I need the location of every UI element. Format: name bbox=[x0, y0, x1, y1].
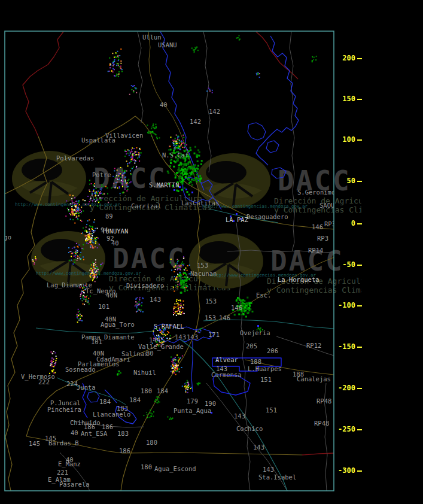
radar-echo bbox=[188, 161, 190, 163]
radar-echo bbox=[114, 168, 115, 169]
radar-echo bbox=[171, 269, 172, 271]
radar-echo bbox=[126, 160, 127, 162]
radar-echo bbox=[76, 209, 77, 210]
map-label: 40 bbox=[111, 239, 119, 247]
radar-echo bbox=[194, 49, 196, 50]
radar-echo bbox=[101, 187, 102, 189]
map-label: 221 bbox=[57, 469, 68, 476]
radar-echo bbox=[187, 173, 188, 175]
radar-echo bbox=[183, 304, 184, 305]
radar-echo bbox=[118, 60, 119, 61]
radar-echo bbox=[92, 226, 93, 227]
map-label: Bardas_B bbox=[48, 439, 79, 447]
radar-echo bbox=[95, 201, 96, 202]
map-label: 146 bbox=[312, 223, 323, 230]
radar-echo bbox=[80, 220, 81, 221]
radar-echo bbox=[93, 232, 95, 233]
radar-echo bbox=[178, 167, 180, 169]
radar-echo bbox=[212, 92, 213, 93]
radar-echo bbox=[135, 299, 136, 300]
radar-echo bbox=[91, 238, 92, 239]
radar-echo bbox=[180, 265, 181, 266]
radar-echo bbox=[175, 141, 176, 142]
radar-echo bbox=[120, 173, 121, 174]
radar-echo bbox=[94, 186, 95, 187]
radar-echo bbox=[242, 302, 244, 303]
radar-echo bbox=[78, 202, 79, 203]
radar-echo bbox=[134, 163, 135, 164]
radar-echo bbox=[189, 175, 191, 177]
radar-echo bbox=[97, 192, 98, 193]
radar-echo bbox=[89, 219, 90, 220]
radar-echo bbox=[141, 302, 142, 303]
radar-echo bbox=[127, 153, 129, 154]
radar-echo bbox=[78, 309, 79, 310]
map-label: 153 bbox=[205, 314, 216, 321]
radar-echo bbox=[101, 186, 102, 187]
radar-echo bbox=[117, 187, 118, 189]
radar-echo bbox=[90, 264, 91, 265]
radar-echo bbox=[178, 177, 180, 179]
radar-echo bbox=[101, 184, 102, 186]
map-label: Llancanelo bbox=[93, 411, 130, 418]
radar-echo bbox=[174, 276, 175, 277]
radar-echo bbox=[95, 193, 96, 194]
radar-echo bbox=[93, 277, 94, 278]
radar-echo bbox=[92, 235, 93, 236]
radar-echo bbox=[258, 327, 259, 329]
radar-echo bbox=[92, 272, 93, 274]
radar-echo bbox=[119, 374, 120, 375]
radar-echo bbox=[183, 263, 184, 265]
radar-echo bbox=[90, 199, 91, 200]
radar-echo bbox=[69, 260, 70, 261]
map-label: 101 bbox=[98, 303, 109, 310]
map-label: 179 bbox=[187, 397, 198, 405]
map-label: 184 bbox=[129, 396, 141, 403]
watermark-url: http://www.contingencias.mendoza.gov.ar bbox=[15, 202, 121, 207]
radar-echo bbox=[97, 228, 98, 229]
radar-echo bbox=[89, 184, 90, 185]
radar-echo bbox=[313, 59, 314, 60]
map-label: 184 bbox=[157, 387, 168, 394]
radar-echo bbox=[77, 219, 78, 220]
radar-echo bbox=[129, 94, 130, 95]
radar-echo bbox=[95, 243, 96, 244]
radar-echo bbox=[129, 150, 130, 151]
map-label: Sta.Isabel bbox=[258, 473, 296, 481]
radar-echo bbox=[184, 147, 185, 148]
radar-echo bbox=[98, 202, 99, 203]
radar-echo bbox=[256, 74, 257, 75]
radar-echo bbox=[181, 163, 182, 165]
radar-echo bbox=[197, 383, 198, 384]
radar-echo bbox=[74, 203, 75, 204]
radar-echo bbox=[79, 313, 80, 314]
radar-echo bbox=[93, 274, 95, 275]
radar-echo bbox=[84, 304, 85, 305]
radar-echo bbox=[237, 297, 239, 299]
map-label: Ant_ESA bbox=[81, 430, 108, 438]
radar-echo bbox=[172, 362, 174, 363]
radar-echo bbox=[241, 314, 242, 315]
radar-echo bbox=[142, 297, 143, 299]
radar-echo bbox=[101, 199, 102, 201]
radar-echo bbox=[178, 165, 180, 166]
radar-echo bbox=[84, 292, 85, 293]
radar-echo bbox=[181, 263, 182, 264]
radar-echo bbox=[191, 184, 193, 186]
radar-echo bbox=[183, 256, 184, 257]
radar-echo bbox=[168, 149, 169, 150]
radar-echo bbox=[175, 365, 176, 366]
radar-echo bbox=[184, 383, 185, 384]
radar-echo bbox=[147, 414, 148, 415]
radar-echo bbox=[75, 213, 77, 214]
radar-echo bbox=[53, 361, 54, 362]
radar-echo bbox=[92, 233, 93, 234]
radar-echo bbox=[113, 183, 114, 184]
radar-echo bbox=[178, 275, 179, 277]
radar-echo bbox=[135, 154, 136, 155]
radar-echo bbox=[80, 298, 81, 299]
radar-echo bbox=[182, 169, 184, 171]
radar-echo bbox=[174, 145, 175, 146]
radar-echo bbox=[163, 340, 165, 341]
radar-echo bbox=[94, 230, 95, 231]
